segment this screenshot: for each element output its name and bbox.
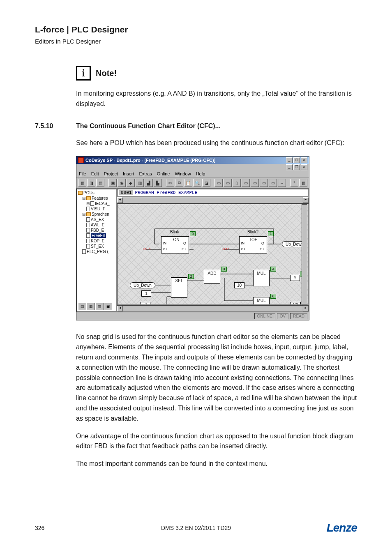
input-const[interactable]: 10: [234, 282, 244, 288]
file-icon: [86, 223, 90, 227]
vertical-scrollbar[interactable]: [302, 204, 307, 304]
tree-tab[interactable]: ▣: [104, 303, 112, 310]
tree-item[interactable]: PLC_PRG (: [87, 249, 108, 254]
scroll-left-icon[interactable]: ◄: [117, 197, 123, 203]
tree-folder[interactable]: Features: [92, 196, 108, 200]
line-number: 0001: [119, 190, 133, 195]
input-var[interactable]: Up_Down: [130, 282, 155, 288]
decl-scrollbar[interactable]: ◄ ►: [117, 197, 309, 203]
note-text: In monitoring expressions (e.g. A AND B)…: [76, 89, 357, 109]
cfc-canvas[interactable]: Blink TON 0 IN PT Q ET T#2s Blink2 TOF 1…: [117, 203, 309, 305]
scroll-left-icon[interactable]: ◄: [117, 306, 123, 311]
menu-window[interactable]: Window: [175, 171, 191, 176]
maximize-button[interactable]: □: [293, 157, 300, 163]
scroll-right-icon[interactable]: ►: [303, 306, 309, 311]
minimize-button[interactable]: _: [286, 157, 293, 163]
toolbar-button[interactable]: ▭: [260, 179, 268, 187]
tree-item[interactable]: AS_EX: [91, 217, 104, 222]
close-button[interactable]: ×: [301, 157, 307, 163]
exec-order-badge: 1: [268, 231, 274, 236]
tree-item[interactable]: AWL_E: [91, 223, 105, 227]
child-close-button[interactable]: ×: [301, 164, 307, 170]
window-title: CoDeSys SP - Bspdt1.pro - [FreeFBD_EXAMP…: [85, 158, 215, 163]
toolbar-button[interactable]: ▦: [299, 179, 307, 187]
input-value[interactable]: T#2s: [142, 247, 150, 251]
tree-item[interactable]: ST_EX: [91, 244, 104, 249]
toolbar-button[interactable]: ▭: [269, 179, 277, 187]
menu-help[interactable]: Help: [196, 171, 205, 176]
menu-online[interactable]: Online: [157, 171, 170, 176]
tree-item[interactable]: FBD_E: [91, 228, 104, 233]
menu-project[interactable]: Project: [104, 171, 118, 176]
scroll-right-icon[interactable]: ►: [303, 197, 309, 203]
body-paragraph: No snap grid is used for the continuous …: [76, 332, 357, 424]
tree-item[interactable]: IECAS_: [95, 201, 110, 206]
toolbar-button[interactable]: ▟: [145, 179, 153, 187]
toolbar-button[interactable]: ▙: [154, 179, 162, 187]
status-bar: ONLINE OV READ: [76, 312, 309, 320]
folder-icon: [86, 196, 91, 200]
project-tree[interactable]: POUs ⊟Features ⊞IECAS_ VISU_F ⊟Sprachen …: [76, 189, 117, 312]
connection-wires: [118, 204, 308, 304]
toolbar-button[interactable]: ▣: [108, 179, 117, 187]
pin-q: Q: [183, 241, 186, 245]
toolbar-button[interactable]: ▦: [78, 179, 86, 187]
input-const[interactable]: 1: [141, 290, 151, 297]
toolbar-button[interactable]: ◪: [202, 179, 210, 187]
toolbar-button[interactable]: °: [290, 179, 298, 187]
menu-edit[interactable]: Edit: [91, 171, 99, 176]
tree-item-selected[interactable]: FreeFB: [91, 233, 106, 238]
toolbar-button[interactable]: ▭: [214, 179, 223, 187]
tree-tab[interactable]: ▥: [95, 303, 104, 310]
declaration-area[interactable]: 0001 PROGRAM FreeFBD_EXAMPLE: [117, 189, 309, 197]
pin-pt: PT: [163, 247, 168, 251]
child-restore-button[interactable]: ❐: [293, 164, 300, 170]
toolbar-cut[interactable]: ✂: [166, 179, 174, 187]
menu-file[interactable]: File: [79, 171, 86, 176]
tree-tab[interactable]: ▤: [78, 303, 86, 310]
block-mul[interactable]: MUL: [253, 270, 270, 286]
toolbar-button[interactable]: ◉: [118, 179, 126, 187]
block-title: Blink: [170, 230, 179, 234]
input-const[interactable]: -1: [141, 302, 150, 305]
toolbar-find[interactable]: 🔍: [193, 179, 201, 187]
toolbar-button[interactable]: ◨: [87, 179, 95, 187]
tree-folder[interactable]: Sprachen: [92, 212, 109, 216]
toolbar-button[interactable]: ▭: [224, 179, 232, 187]
exec-order-badge: 4: [270, 267, 276, 272]
menu-extras[interactable]: Extras: [139, 171, 152, 176]
toolbar-button[interactable]: ◆: [127, 179, 135, 187]
section-title: The Continuous Function Chart Editor (CF…: [76, 122, 221, 130]
app-window: CoDeSys SP - Bspdt1.pro - [FreeFBD_EXAMP…: [76, 156, 309, 320]
file-icon: [82, 249, 86, 254]
pin-q: Q: [261, 241, 264, 245]
output-var[interactable]: Y2: [290, 302, 301, 305]
tree-tab[interactable]: ▦: [87, 303, 95, 310]
info-icon: i: [76, 66, 91, 81]
status-online: ONLINE: [254, 313, 275, 319]
toolbar-button[interactable]: ▭: [251, 179, 259, 187]
exec-order-badge: 3: [221, 267, 227, 272]
child-minimize-button[interactable]: _: [286, 164, 293, 170]
pin-in: IN: [241, 241, 244, 245]
toolbar-button[interactable]: ▭: [242, 179, 250, 187]
pin-pt: PT: [241, 247, 246, 251]
toolbar-button[interactable]: ▯: [233, 179, 241, 187]
tree-root[interactable]: POUs: [83, 191, 95, 195]
toolbar-button[interactable]: ▥: [136, 179, 144, 187]
toolbar-paste[interactable]: 📋: [184, 179, 192, 187]
title-bar[interactable]: CoDeSys SP - Bspdt1.pro - [FreeFBD_EXAMP…: [76, 157, 309, 164]
toolbar-button[interactable]: ↔: [278, 179, 286, 187]
input-value[interactable]: T#1s: [221, 247, 229, 251]
file-icon: [86, 233, 90, 238]
tree-item[interactable]: VISU_F: [91, 207, 105, 211]
tree-item[interactable]: KOP_E: [91, 239, 104, 243]
menu-insert[interactable]: Insert: [123, 171, 134, 176]
toolbar-copy[interactable]: ⧉: [175, 179, 183, 187]
block-sel[interactable]: SEL: [171, 277, 187, 298]
block-mul[interactable]: MUL: [253, 297, 270, 305]
output-var[interactable]: Y: [290, 275, 300, 281]
canvas-scrollbar[interactable]: ◄ ►: [117, 305, 309, 312]
toolbar-button[interactable]: ▤: [96, 179, 104, 187]
block-add[interactable]: ADD: [204, 270, 220, 284]
